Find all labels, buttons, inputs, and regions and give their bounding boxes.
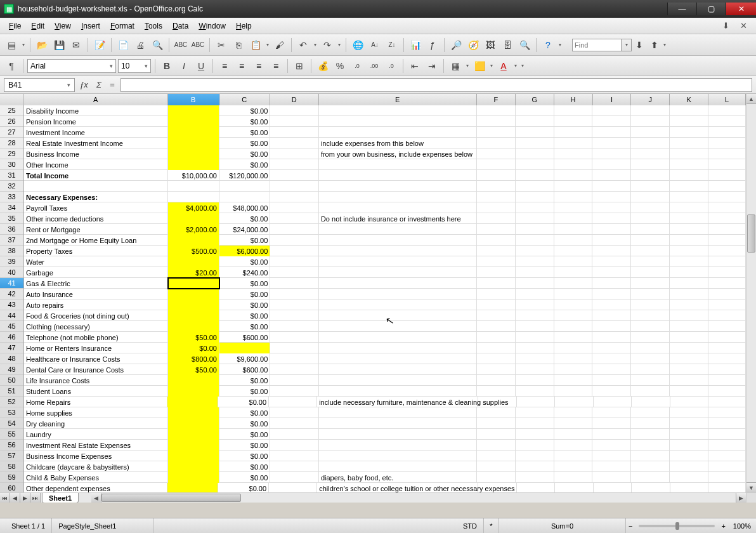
cell[interactable] bbox=[631, 148, 670, 159]
cell[interactable] bbox=[592, 170, 631, 181]
cell[interactable]: Investment Real Estate Expenses bbox=[24, 440, 168, 451]
cell[interactable] bbox=[708, 472, 746, 483]
dropdown-icon[interactable]: ▾ bbox=[21, 42, 26, 48]
cell[interactable] bbox=[319, 202, 477, 213]
cell[interactable] bbox=[168, 299, 219, 310]
cell[interactable] bbox=[219, 181, 270, 192]
cell[interactable] bbox=[270, 343, 319, 353]
cell[interactable] bbox=[554, 310, 593, 321]
cell[interactable] bbox=[592, 138, 631, 148]
cell[interactable] bbox=[708, 159, 746, 170]
cell[interactable]: Other income deductions bbox=[24, 213, 168, 224]
cell[interactable] bbox=[631, 299, 670, 310]
dropdown-icon[interactable]: ▾ bbox=[513, 63, 518, 69]
cell[interactable] bbox=[516, 407, 554, 418]
cell[interactable] bbox=[708, 440, 746, 451]
cell[interactable] bbox=[270, 364, 319, 375]
cell[interactable]: $0.00 bbox=[219, 407, 270, 418]
cell[interactable] bbox=[554, 429, 593, 440]
cell[interactable] bbox=[477, 461, 516, 472]
sort-asc-icon[interactable]: A↓ bbox=[367, 37, 382, 53]
cell[interactable] bbox=[554, 256, 593, 267]
maximize-button[interactable]: ▢ bbox=[696, 3, 726, 15]
cell[interactable] bbox=[319, 353, 477, 364]
cell[interactable] bbox=[592, 353, 631, 364]
cell[interactable]: $0.00 bbox=[219, 127, 270, 138]
cell[interactable] bbox=[477, 202, 516, 213]
cell[interactable] bbox=[631, 159, 670, 170]
cell[interactable] bbox=[592, 235, 631, 246]
cell[interactable] bbox=[631, 451, 670, 461]
cell[interactable] bbox=[168, 235, 219, 246]
cell[interactable] bbox=[554, 299, 593, 310]
cell[interactable] bbox=[319, 310, 477, 321]
cell[interactable] bbox=[670, 440, 708, 451]
row-header[interactable]: 31 bbox=[0, 170, 23, 181]
cell[interactable] bbox=[670, 213, 708, 224]
cell[interactable]: Dental Care or Insurance Costs bbox=[24, 364, 168, 375]
cell[interactable] bbox=[708, 407, 746, 418]
cell[interactable] bbox=[270, 127, 319, 138]
open-icon[interactable]: 📂 bbox=[34, 37, 49, 53]
cell[interactable] bbox=[592, 246, 631, 256]
cell[interactable] bbox=[670, 343, 708, 353]
cell[interactable] bbox=[270, 289, 319, 299]
merge-icon[interactable]: ⊞ bbox=[292, 58, 307, 74]
help-icon[interactable]: ? bbox=[540, 37, 556, 53]
cell[interactable] bbox=[168, 116, 219, 127]
cell[interactable] bbox=[319, 321, 477, 332]
sort-desc-icon[interactable]: Z↓ bbox=[384, 37, 400, 53]
cell[interactable]: Necessary Expenses: bbox=[24, 192, 168, 202]
cell[interactable] bbox=[477, 364, 516, 375]
cell[interactable] bbox=[708, 461, 746, 472]
cell[interactable]: $0.00 bbox=[219, 299, 270, 310]
cell[interactable] bbox=[670, 397, 709, 407]
cell[interactable] bbox=[477, 386, 516, 397]
cell[interactable] bbox=[631, 138, 670, 148]
cell[interactable] bbox=[592, 127, 631, 138]
cell[interactable] bbox=[319, 429, 477, 440]
cell[interactable] bbox=[631, 278, 670, 289]
cell[interactable] bbox=[554, 353, 593, 364]
formula-input[interactable] bbox=[121, 78, 752, 92]
cell[interactable]: 2nd Mortgage or Home Equity Loan bbox=[24, 235, 168, 246]
cell[interactable] bbox=[168, 321, 219, 332]
cell[interactable] bbox=[270, 202, 319, 213]
print-icon[interactable]: 🖨 bbox=[133, 37, 148, 53]
cell[interactable] bbox=[477, 451, 516, 461]
zoom-level[interactable]: 100% bbox=[728, 522, 751, 530]
cell[interactable] bbox=[631, 246, 670, 256]
cell[interactable] bbox=[631, 364, 670, 375]
cell[interactable] bbox=[708, 170, 746, 181]
cell[interactable] bbox=[219, 343, 270, 353]
sheet-tab[interactable]: Sheet1 bbox=[42, 493, 79, 503]
cell[interactable] bbox=[477, 429, 516, 440]
cell[interactable]: Rent or Mortgage bbox=[24, 224, 168, 235]
cell[interactable] bbox=[319, 170, 477, 181]
bold-icon[interactable]: B bbox=[159, 58, 174, 74]
cell[interactable] bbox=[592, 451, 631, 461]
cell[interactable] bbox=[516, 116, 554, 127]
cell[interactable] bbox=[631, 440, 670, 451]
align-left-icon[interactable]: ≡ bbox=[217, 58, 232, 74]
cell[interactable] bbox=[631, 170, 670, 181]
menu-view[interactable]: View bbox=[49, 20, 76, 32]
cell[interactable] bbox=[554, 289, 593, 299]
zoom-icon[interactable]: 🔍 bbox=[517, 37, 532, 53]
cell[interactable] bbox=[670, 246, 708, 256]
cell[interactable] bbox=[631, 407, 670, 418]
cell[interactable] bbox=[670, 310, 708, 321]
row-header[interactable]: 57 bbox=[0, 451, 23, 461]
cell[interactable] bbox=[592, 299, 631, 310]
cell[interactable] bbox=[168, 418, 219, 429]
cell[interactable] bbox=[554, 170, 593, 181]
cell[interactable] bbox=[516, 192, 554, 202]
cell[interactable] bbox=[592, 267, 631, 278]
dropdown-icon[interactable]: ▾ bbox=[313, 42, 318, 48]
cell[interactable] bbox=[270, 138, 319, 148]
cell[interactable]: from your own business, include expenses… bbox=[319, 148, 477, 159]
cell[interactable] bbox=[319, 364, 477, 375]
cell[interactable] bbox=[516, 224, 554, 235]
cell[interactable]: Gas & Electric bbox=[24, 278, 168, 289]
menu-edit[interactable]: Edit bbox=[26, 20, 49, 32]
